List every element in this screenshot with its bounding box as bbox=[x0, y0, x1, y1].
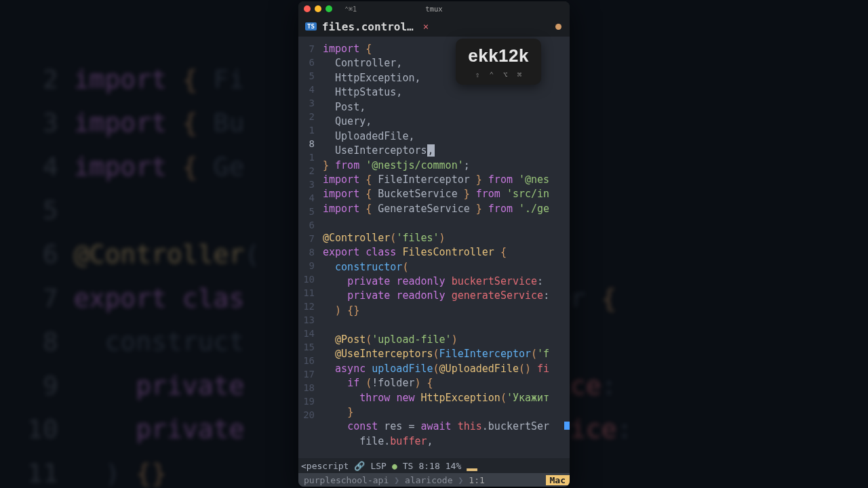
lsp-label: LSP bbox=[370, 461, 386, 471]
tmux-window[interactable]: alaricode bbox=[399, 475, 458, 485]
maximize-window-button[interactable] bbox=[326, 5, 332, 12]
tab-filename[interactable]: files.control… bbox=[322, 20, 414, 33]
close-window-button[interactable] bbox=[304, 5, 311, 12]
traffic-lights bbox=[304, 5, 332, 12]
status-bar: <pescript 🔗 LSP ● TS 8:18 14% ▂▂ bbox=[298, 458, 570, 473]
shift-icon: ⇧ bbox=[475, 70, 480, 79]
tab-bar: TS files.control… × bbox=[298, 16, 570, 37]
command-icon: ⌘ bbox=[517, 70, 522, 79]
control-icon: ⌃ bbox=[489, 70, 494, 79]
keycast-keys: ekk12k bbox=[468, 45, 529, 66]
line-number-gutter: 7 6 5 4 3 2 1 8 1 2 3 4 5 6 7 8 9 10 11 … bbox=[298, 37, 319, 458]
tab-modified-indicator bbox=[555, 24, 561, 30]
titlebar[interactable]: ⌃⌘1 tmux bbox=[298, 1, 570, 16]
filetype-badge: TS bbox=[305, 22, 317, 30]
scrollbar-indicator[interactable] bbox=[564, 422, 570, 430]
option-icon: ⌥ bbox=[503, 70, 508, 79]
cursor-position: 8:18 bbox=[418, 461, 439, 471]
minimize-window-button[interactable] bbox=[315, 5, 321, 12]
scroll-percent: 14% bbox=[446, 461, 461, 471]
separator-icon: ❯ bbox=[394, 475, 399, 485]
code-editor[interactable]: 7 6 5 4 3 2 1 8 1 2 3 4 5 6 7 8 9 10 11 … bbox=[298, 37, 570, 458]
lsp-status-icon: ● bbox=[392, 461, 397, 471]
lang-label: TS bbox=[403, 461, 414, 471]
tmux-bar: purpleschool-api❯ alaricode❯ 1:1 Mac bbox=[298, 473, 570, 487]
mode-indicator: <pescript bbox=[301, 461, 349, 471]
separator-icon: ❯ bbox=[458, 475, 464, 485]
keycast-modifiers: ⇧ ⌃ ⌥ ⌘ bbox=[475, 70, 522, 79]
titlebar-title: tmux bbox=[425, 5, 442, 13]
link-icon: 🔗 bbox=[354, 461, 365, 471]
tmux-session[interactable]: purpleschool-api bbox=[298, 475, 394, 485]
code-content[interactable]: import { Controller, HttpException, Http… bbox=[319, 37, 549, 458]
terminal-window: ⌃⌘1 tmux TS files.control… × 7 6 5 4 3 2… bbox=[298, 1, 570, 487]
tmux-pane-pos: 1:1 bbox=[463, 475, 490, 485]
cursor: , bbox=[427, 144, 435, 157]
keycast-overlay: ekk12k ⇧ ⌃ ⌥ ⌘ bbox=[456, 39, 541, 85]
tab-close-icon[interactable]: × bbox=[423, 21, 429, 32]
os-label: Mac bbox=[546, 475, 570, 485]
progress-block: ▂▂ bbox=[467, 461, 477, 471]
titlebar-shortcut: ⌃⌘1 bbox=[344, 5, 357, 13]
